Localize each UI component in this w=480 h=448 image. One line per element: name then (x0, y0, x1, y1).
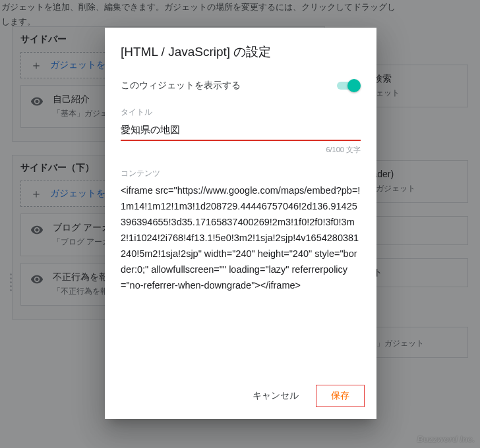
show-widget-label: このウィジェットを表示する (121, 80, 241, 92)
modal-title: [HTML / JavaScript] の設定 (121, 43, 361, 61)
content-field-label: コンテンツ (121, 168, 361, 179)
title-char-count: 6/100 文字 (121, 145, 361, 155)
show-widget-row: このウィジェットを表示する (121, 79, 361, 92)
modal-actions: キャンセル 保存 (105, 376, 376, 419)
save-button[interactable]: 保存 (316, 385, 365, 407)
show-widget-toggle[interactable] (337, 79, 361, 92)
title-field-label: タイトル (121, 107, 361, 118)
gadget-settings-modal: [HTML / JavaScript] の設定 このウィジェットを表示する タイ… (105, 28, 376, 419)
title-input[interactable] (121, 122, 361, 141)
content-textarea[interactable]: <iframe src="https://www.google.com/maps… (121, 183, 361, 293)
toggle-thumb (347, 79, 361, 92)
cancel-button[interactable]: キャンセル (241, 385, 311, 407)
